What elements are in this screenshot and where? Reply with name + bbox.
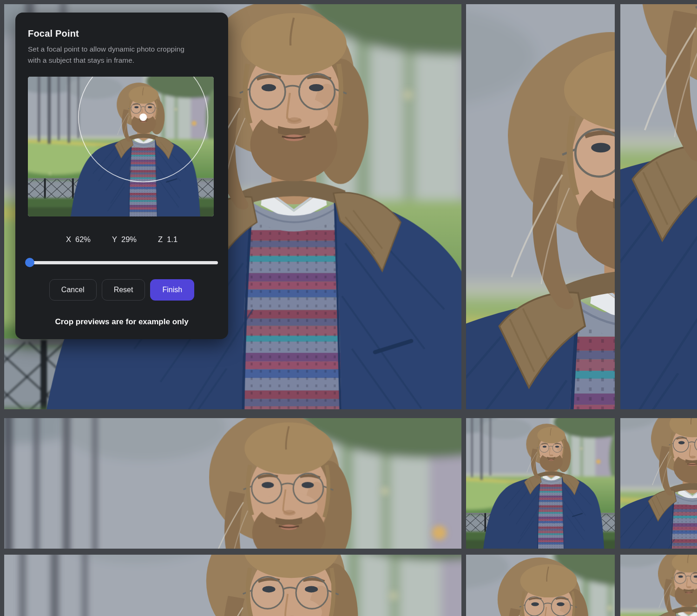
zoom-slider[interactable] [26,258,218,267]
focal-point-dot [139,113,147,121]
crop-tile-2-tall [466,4,615,409]
crop-preview-note: Crop previews are for example only [28,317,216,327]
cancel-button[interactable]: Cancel [49,279,97,301]
readout-z-value: 1.1 [167,235,178,244]
zoom-slider-thumb[interactable] [25,258,34,267]
readout-x: X 62% [66,235,91,244]
crop-tile-7-wide-closeup [4,555,461,616]
readout-z: Z 1.1 [158,235,178,244]
crop-tile-8-square [466,555,615,616]
dialog-title: Focal Point [28,28,216,39]
readout-x-axis: X [66,235,71,244]
finish-button[interactable]: Finish [150,279,194,301]
readout-x-value: 62% [75,235,91,244]
readout-y-value: 29% [121,235,137,244]
zoom-slider-track[interactable] [26,261,218,264]
reset-button[interactable]: Reset [102,279,145,301]
crop-tile-4-wide [4,418,461,549]
dialog-buttons: Cancel Reset Finish [28,279,216,301]
focal-point-dialog: Focal Point Set a focal point to allow d… [15,13,228,339]
focal-readouts: X 62% Y 29% Z 1.1 [28,235,216,244]
crop-tile-5-square [466,418,615,549]
readout-y: Y 29% [112,235,137,244]
crop-tile-3-tall-clipped [620,4,697,409]
focal-preview-image[interactable] [28,77,214,216]
readout-y-axis: Y [112,235,117,244]
crop-tile-9-square-wide [620,555,697,616]
dialog-description: Set a focal point to allow dynamic photo… [28,44,216,66]
crop-tile-6-square-clipped [620,418,697,549]
readout-z-axis: Z [158,235,163,244]
